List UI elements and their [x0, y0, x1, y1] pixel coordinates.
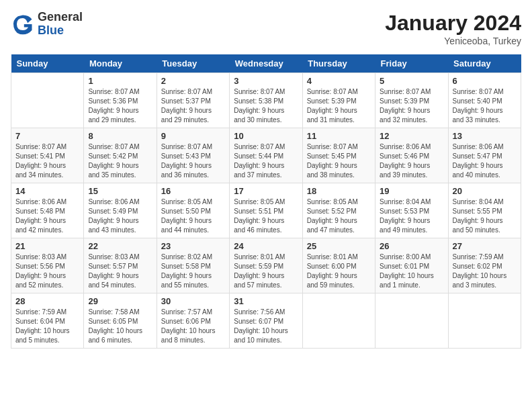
calendar-day-cell: 18Sunrise: 8:05 AM Sunset: 5:52 PM Dayli…	[302, 183, 375, 238]
calendar-table: SundayMondayTuesdayWednesdayThursdayFrid…	[11, 54, 521, 349]
day-number: 26	[380, 241, 443, 251]
calendar-day-cell	[375, 293, 448, 349]
day-number: 21	[15, 241, 79, 251]
day-info: Sunrise: 8:05 AM Sunset: 5:51 PM Dayligh…	[234, 197, 298, 235]
day-number: 18	[307, 186, 371, 196]
calendar-day-cell: 11Sunrise: 8:07 AM Sunset: 5:45 PM Dayli…	[302, 128, 375, 183]
day-info: Sunrise: 8:07 AM Sunset: 5:36 PM Dayligh…	[88, 87, 152, 125]
day-number: 10	[234, 131, 298, 141]
day-number: 22	[88, 241, 152, 251]
day-info: Sunrise: 8:07 AM Sunset: 5:42 PM Dayligh…	[88, 142, 152, 180]
calendar-day-cell: 15Sunrise: 8:06 AM Sunset: 5:49 PM Dayli…	[84, 183, 157, 238]
day-number: 12	[380, 131, 443, 141]
calendar-week-row: 21Sunrise: 8:03 AM Sunset: 5:56 PM Dayli…	[11, 238, 521, 293]
day-info: Sunrise: 8:03 AM Sunset: 5:57 PM Dayligh…	[88, 253, 152, 290]
day-info: Sunrise: 7:58 AM Sunset: 6:05 PM Dayligh…	[88, 308, 152, 345]
day-number: 1	[88, 76, 152, 86]
day-of-week-header: Sunday	[11, 54, 84, 73]
day-number: 9	[161, 131, 225, 141]
day-number: 30	[161, 296, 225, 306]
day-info: Sunrise: 8:06 AM Sunset: 5:47 PM Dayligh…	[453, 142, 517, 180]
logo-text: General Blue	[38, 11, 83, 38]
calendar-day-cell: 14Sunrise: 8:06 AM Sunset: 5:48 PM Dayli…	[11, 183, 84, 238]
calendar-day-cell: 28Sunrise: 7:59 AM Sunset: 6:04 PM Dayli…	[11, 293, 84, 349]
day-number: 20	[453, 186, 517, 196]
calendar-day-cell: 10Sunrise: 8:07 AM Sunset: 5:44 PM Dayli…	[230, 128, 302, 183]
calendar-day-cell: 17Sunrise: 8:05 AM Sunset: 5:51 PM Dayli…	[230, 183, 302, 238]
day-of-week-header: Tuesday	[157, 54, 229, 73]
calendar-header-row: SundayMondayTuesdayWednesdayThursdayFrid…	[11, 54, 521, 73]
calendar-day-cell: 3Sunrise: 8:07 AM Sunset: 5:38 PM Daylig…	[230, 73, 302, 128]
calendar-day-cell: 16Sunrise: 8:05 AM Sunset: 5:50 PM Dayli…	[157, 183, 229, 238]
calendar-day-cell	[448, 293, 521, 349]
day-info: Sunrise: 7:59 AM Sunset: 6:02 PM Dayligh…	[453, 253, 517, 290]
day-number: 5	[380, 76, 443, 86]
day-number: 15	[88, 186, 152, 196]
calendar-week-row: 14Sunrise: 8:06 AM Sunset: 5:48 PM Dayli…	[11, 183, 521, 238]
day-info: Sunrise: 8:04 AM Sunset: 5:55 PM Dayligh…	[453, 197, 517, 235]
calendar-day-cell: 19Sunrise: 8:04 AM Sunset: 5:53 PM Dayli…	[375, 183, 448, 238]
day-number: 19	[380, 186, 443, 196]
day-number: 28	[15, 296, 79, 306]
day-number: 2	[161, 76, 225, 86]
day-info: Sunrise: 8:07 AM Sunset: 5:38 PM Dayligh…	[234, 87, 298, 125]
calendar-day-cell: 8Sunrise: 8:07 AM Sunset: 5:42 PM Daylig…	[84, 128, 157, 183]
day-number: 23	[161, 241, 225, 251]
day-info: Sunrise: 8:06 AM Sunset: 5:48 PM Dayligh…	[15, 197, 79, 235]
day-of-week-header: Saturday	[448, 54, 521, 73]
title-block: January 2024 Yeniceoba, Turkey	[385, 11, 521, 46]
calendar-day-cell: 31Sunrise: 7:56 AM Sunset: 6:07 PM Dayli…	[230, 293, 302, 349]
month-title: January 2024	[385, 11, 521, 36]
day-number: 14	[15, 186, 79, 196]
day-number: 27	[453, 241, 517, 251]
day-info: Sunrise: 8:02 AM Sunset: 5:58 PM Dayligh…	[161, 253, 225, 290]
day-info: Sunrise: 8:07 AM Sunset: 5:41 PM Dayligh…	[15, 142, 79, 180]
day-info: Sunrise: 8:00 AM Sunset: 6:01 PM Dayligh…	[380, 253, 443, 290]
day-info: Sunrise: 8:01 AM Sunset: 5:59 PM Dayligh…	[234, 253, 298, 290]
day-number: 3	[234, 76, 298, 86]
logo-icon	[11, 12, 35, 36]
logo: General Blue	[11, 11, 83, 38]
logo-general: General	[38, 11, 83, 24]
calendar-day-cell: 6Sunrise: 8:07 AM Sunset: 5:40 PM Daylig…	[448, 73, 521, 128]
day-info: Sunrise: 7:59 AM Sunset: 6:04 PM Dayligh…	[15, 308, 79, 345]
day-info: Sunrise: 7:56 AM Sunset: 6:07 PM Dayligh…	[234, 308, 298, 345]
day-number: 6	[453, 76, 517, 86]
calendar-day-cell: 20Sunrise: 8:04 AM Sunset: 5:55 PM Dayli…	[448, 183, 521, 238]
calendar-day-cell: 21Sunrise: 8:03 AM Sunset: 5:56 PM Dayli…	[11, 238, 84, 293]
day-info: Sunrise: 8:03 AM Sunset: 5:56 PM Dayligh…	[15, 253, 79, 290]
day-number: 29	[88, 296, 152, 306]
page-header: General Blue January 2024 Yeniceoba, Tur…	[11, 11, 521, 46]
calendar-day-cell: 27Sunrise: 7:59 AM Sunset: 6:02 PM Dayli…	[448, 238, 521, 293]
calendar-day-cell: 2Sunrise: 8:07 AM Sunset: 5:37 PM Daylig…	[157, 73, 229, 128]
day-number: 11	[307, 131, 371, 141]
day-info: Sunrise: 8:06 AM Sunset: 5:46 PM Dayligh…	[380, 142, 443, 180]
day-info: Sunrise: 8:07 AM Sunset: 5:45 PM Dayligh…	[307, 142, 371, 180]
day-info: Sunrise: 8:07 AM Sunset: 5:40 PM Dayligh…	[453, 87, 517, 125]
day-info: Sunrise: 8:07 AM Sunset: 5:37 PM Dayligh…	[161, 87, 225, 125]
day-info: Sunrise: 8:05 AM Sunset: 5:50 PM Dayligh…	[161, 197, 225, 235]
calendar-day-cell: 9Sunrise: 8:07 AM Sunset: 5:43 PM Daylig…	[157, 128, 229, 183]
day-number: 4	[307, 76, 371, 86]
day-info: Sunrise: 8:07 AM Sunset: 5:39 PM Dayligh…	[380, 87, 443, 125]
day-info: Sunrise: 7:57 AM Sunset: 6:06 PM Dayligh…	[161, 308, 225, 345]
calendar-week-row: 28Sunrise: 7:59 AM Sunset: 6:04 PM Dayli…	[11, 293, 521, 349]
calendar-day-cell: 23Sunrise: 8:02 AM Sunset: 5:58 PM Dayli…	[157, 238, 229, 293]
day-of-week-header: Friday	[375, 54, 448, 73]
day-number: 25	[307, 241, 371, 251]
calendar-day-cell: 22Sunrise: 8:03 AM Sunset: 5:57 PM Dayli…	[84, 238, 157, 293]
day-number: 16	[161, 186, 225, 196]
day-info: Sunrise: 8:04 AM Sunset: 5:53 PM Dayligh…	[380, 197, 443, 235]
day-number: 17	[234, 186, 298, 196]
calendar-day-cell: 4Sunrise: 8:07 AM Sunset: 5:39 PM Daylig…	[302, 73, 375, 128]
calendar-day-cell: 29Sunrise: 7:58 AM Sunset: 6:05 PM Dayli…	[84, 293, 157, 349]
day-number: 8	[88, 131, 152, 141]
day-info: Sunrise: 8:06 AM Sunset: 5:49 PM Dayligh…	[88, 197, 152, 235]
day-of-week-header: Monday	[84, 54, 157, 73]
calendar-day-cell: 24Sunrise: 8:01 AM Sunset: 5:59 PM Dayli…	[230, 238, 302, 293]
day-info: Sunrise: 8:07 AM Sunset: 5:44 PM Dayligh…	[234, 142, 298, 180]
calendar-day-cell	[302, 293, 375, 349]
calendar-day-cell: 13Sunrise: 8:06 AM Sunset: 5:47 PM Dayli…	[448, 128, 521, 183]
day-info: Sunrise: 8:01 AM Sunset: 6:00 PM Dayligh…	[307, 253, 371, 290]
day-of-week-header: Thursday	[302, 54, 375, 73]
